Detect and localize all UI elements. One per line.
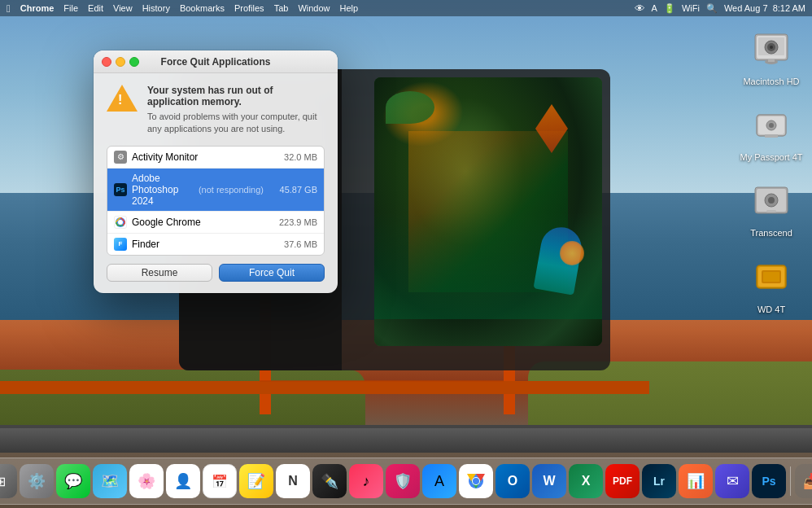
app-mem-photoshop: 45.87 GB (268, 185, 317, 195)
chrome-icon (114, 216, 127, 229)
warning-icon (107, 85, 138, 116)
menubar:  Chrome File Edit View History Bookmark… (0, 0, 812, 16)
dock-outlook[interactable]: O (495, 464, 530, 498)
svg-rect-6 (768, 59, 775, 62)
menubar-search[interactable]: 🔍 (706, 3, 718, 14)
app-name-finder: Finder (132, 239, 264, 250)
svg-rect-23 (763, 272, 779, 282)
dock-music-icon: ♪ (363, 473, 370, 490)
dock-excel-icon: X (582, 474, 591, 488)
menubar-tab[interactable]: Tab (274, 3, 289, 13)
desktop-icon-transcend[interactable]: Transcend (739, 176, 804, 239)
dock-app-store[interactable]: A (422, 464, 456, 498)
dock-lightroom[interactable]: Lr (642, 464, 676, 498)
dock-chrome[interactable] (459, 464, 493, 498)
transcend-label: Transcend (750, 228, 792, 239)
svg-point-18 (768, 197, 775, 204)
list-item[interactable]: F Finder 37.6 MB (107, 234, 324, 255)
dialog-buttons: Resume Force Quit (107, 264, 325, 285)
svg-point-14 (769, 123, 774, 128)
macintosh-hd-icon (747, 24, 796, 73)
dock-launchpad-icon: ⊞ (0, 474, 6, 489)
desktop-icon-macintosh-hd[interactable]: Macintosh HD (739, 24, 804, 87)
menubar-datetime[interactable]: Wed Aug 7 8:12 AM (724, 3, 805, 13)
dock-word[interactable]: W (532, 464, 566, 498)
dock-chrome-icon (465, 470, 487, 493)
dock-app1[interactable]: 🛡️ (386, 464, 420, 498)
my-passport-label: My Passport 4T (740, 152, 802, 163)
app-list: ⚙ Activity Monitor 32.0 MB Ps Adobe Phot… (107, 146, 325, 256)
dock-notes-icon: 📝 (247, 472, 265, 490)
dock-pen-app[interactable]: ✒️ (312, 464, 347, 498)
minimize-button[interactable] (116, 57, 125, 67)
traffic-lights (102, 57, 139, 67)
desktop-icon-wd-4t[interactable]: WD 4T (739, 252, 804, 315)
menubar-bookmarks[interactable]: Bookmarks (180, 3, 225, 13)
dock-app1-icon: 🛡️ (394, 472, 412, 490)
app-name-chrome: Google Chrome (132, 217, 264, 228)
dock-system-prefs[interactable]: ⚙️ (20, 464, 54, 498)
dock-lightroom-icon: Lr (653, 475, 665, 488)
svg-rect-19 (766, 210, 776, 212)
app-not-responding-label: (not responding) (196, 185, 264, 195)
dock-calendar-icon: 📅 (212, 474, 228, 489)
app-mem-chrome: 223.9 MB (268, 217, 317, 227)
dock-downloads[interactable]: 📥 (795, 464, 812, 498)
dock-photoshop[interactable]: Ps (752, 464, 786, 498)
list-item[interactable]: Google Chrome 223.9 MB (107, 212, 324, 234)
ground (0, 428, 812, 453)
menubar-input[interactable]: A (652, 3, 657, 13)
my-passport-icon (747, 100, 796, 149)
dock-messages[interactable]: 💬 (56, 464, 90, 498)
finder-icon: F (114, 238, 127, 251)
dock-music[interactable]: ♪ (349, 464, 383, 498)
menubar-view[interactable]: View (113, 3, 133, 13)
leaf-1 (386, 91, 434, 124)
app-main-canvas (342, 69, 610, 370)
menubar-accessibility[interactable]: 👁 (635, 2, 645, 15)
dock-maps[interactable]: 🗺️ (93, 464, 127, 498)
menubar-battery[interactable]: 🔋 (664, 3, 675, 14)
app-mem-finder: 37.6 MB (268, 239, 317, 249)
menubar-window[interactable]: Window (298, 3, 330, 13)
dock-contacts[interactable]: 👤 (166, 464, 200, 498)
list-item[interactable]: ⚙ Activity Monitor 32.0 MB (107, 147, 324, 169)
canvas-image (374, 77, 602, 346)
menubar-help[interactable]: Help (340, 3, 359, 13)
dock-app3[interactable]: ✉ (715, 464, 749, 498)
close-button[interactable] (102, 57, 111, 67)
dock-outlook-icon: O (508, 474, 517, 488)
land-right (528, 361, 812, 435)
dock-photos[interactable]: 🌸 (129, 464, 164, 498)
dock-photoshop-icon: Ps (762, 475, 775, 488)
menubar-file[interactable]: File (63, 3, 78, 13)
menubar-right: 👁 A 🔋 WiFi 🔍 Wed Aug 7 8:12 AM (635, 2, 805, 15)
dock-word-icon: W (543, 474, 555, 488)
dock-app2[interactable]: 📊 (679, 464, 713, 498)
dock-notes[interactable]: 📝 (239, 464, 273, 498)
wd-4t-label: WD 4T (757, 304, 785, 315)
dock-notion[interactable]: N (276, 464, 310, 498)
transcend-icon (747, 176, 796, 225)
app-name-activity-monitor: Activity Monitor (132, 151, 264, 163)
menubar-app-name[interactable]: Chrome (20, 3, 55, 13)
photoshop-icon: Ps (114, 183, 127, 196)
menubar-edit[interactable]: Edit (88, 3, 103, 13)
bridge-cables (260, 380, 503, 382)
dock-calendar[interactable]: 📅 (203, 464, 237, 498)
list-item[interactable]: Ps Adobe Photoshop 2024 (not responding)… (107, 169, 324, 212)
dock-excel[interactable]: X (569, 464, 603, 498)
force-quit-button[interactable]: Force Quit (219, 264, 325, 282)
maximize-button[interactable] (129, 57, 139, 67)
menubar-history[interactable]: History (142, 3, 170, 13)
warning-triangle (107, 85, 138, 112)
resume-button[interactable]: Resume (107, 264, 212, 282)
dialog-body: Your system has run out of application m… (94, 73, 338, 293)
menubar-wifi[interactable]: WiFi (682, 3, 700, 13)
svg-rect-12 (765, 134, 778, 138)
menubar-profiles[interactable]: Profiles (234, 3, 264, 13)
apple-menu[interactable]:  (7, 2, 11, 15)
dock-launchpad[interactable]: ⊞ (0, 464, 17, 498)
dock-pdf[interactable]: PDF (605, 464, 640, 498)
desktop-icon-my-passport[interactable]: My Passport 4T (739, 100, 804, 163)
